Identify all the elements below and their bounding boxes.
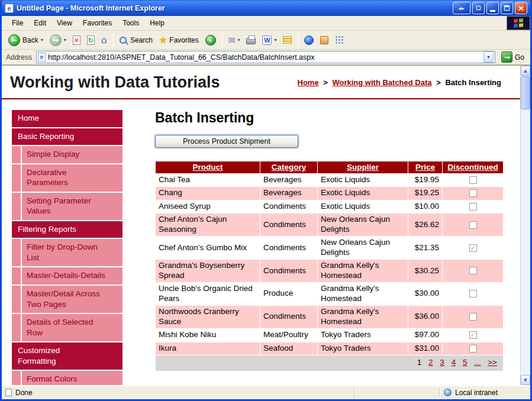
column-header-price[interactable]: Price (408, 161, 442, 173)
pager-ellipsis-link[interactable]: ... (474, 358, 481, 367)
search-button[interactable]: Search (117, 32, 156, 48)
scroll-up-button[interactable]: ▲ (521, 66, 530, 76)
discontinued-checkbox[interactable] (469, 203, 477, 211)
products-grid-body: Chai TeaBeveragesExotic Liquids$19.95Cha… (156, 174, 503, 355)
sidebar-item-master-details-details[interactable]: Master-Details-Details (12, 267, 122, 284)
status-text: Done (15, 389, 33, 397)
sidebar-item-details-of-selected-row[interactable]: Details of Selected Row (12, 314, 122, 341)
discontinued-checkbox[interactable] (469, 221, 477, 229)
toolbar-separator (222, 33, 223, 47)
menu-item-help[interactable]: Help (144, 16, 170, 30)
address-dropdown-button[interactable]: ▾ (483, 51, 494, 63)
home-button[interactable]: ⌂ (98, 32, 110, 48)
discontinued-checkbox[interactable] (469, 345, 477, 353)
nav-indent-strip (12, 267, 21, 284)
discontinued-checkbox[interactable] (469, 313, 477, 321)
favorites-button[interactable]: ★ Favorites (156, 32, 202, 48)
discontinued-checkbox[interactable]: ✓ (469, 331, 477, 339)
menu-item-edit[interactable]: Edit (28, 16, 51, 30)
menu-item-view[interactable]: View (51, 16, 78, 30)
discontinued-checkbox[interactable] (469, 290, 477, 297)
supplier-cell: Grandma Kelly's Homestead (318, 283, 408, 305)
discontinued-cell (443, 342, 503, 355)
research-button[interactable] (317, 32, 331, 48)
pager-page-5-link[interactable]: 5 (463, 358, 467, 367)
vertical-scrollbar[interactable]: ▲ ▼ (520, 66, 530, 385)
scrollbar-thumb[interactable] (521, 76, 530, 109)
menu-item-favorites[interactable]: Favorites (78, 16, 117, 30)
home-icon: ⌂ (101, 35, 107, 45)
forward-icon: → (50, 34, 62, 46)
address-url: http://localhost:2810/ASPNET_Data_Tutori… (48, 53, 481, 62)
minimize-button[interactable] (486, 2, 499, 14)
security-zone-panel: Local intranet (444, 389, 527, 397)
zone-label: Local intranet (455, 389, 498, 397)
supplier-cell: Exotic Liquids (318, 174, 408, 186)
media-button[interactable]: ▸ (202, 32, 219, 48)
breadcrumb-current: Batch Inserting (445, 78, 501, 87)
product-row: Northwoods Cranberry SauceCondimentsGran… (156, 306, 503, 328)
address-input[interactable]: e http://localhost:2810/ASPNET_Data_Tuto… (36, 51, 495, 63)
favorites-star-icon: ★ (159, 35, 167, 46)
product-cell: Northwoods Cranberry Sauce (156, 306, 260, 328)
title-bar[interactable]: e Untitled Page - Microsoft Internet Exp… (2, 0, 530, 16)
sidebar-item-basic-reporting[interactable]: Basic Reporting (12, 128, 122, 145)
price-cell: $30.00 (408, 283, 442, 305)
refresh-button[interactable]: ↻ (84, 32, 98, 48)
scroll-down-button[interactable]: ▼ (521, 375, 530, 385)
sidebar-item-setting-parameter-values[interactable]: Setting Parameter Values (12, 193, 122, 220)
discontinued-checkbox[interactable] (469, 267, 477, 274)
discontinued-checkbox[interactable]: ✓ (469, 244, 477, 252)
discuss-button[interactable] (280, 32, 295, 48)
stop-button[interactable]: ✕ (70, 32, 83, 48)
pager-page-3-link[interactable]: 3 (440, 358, 444, 367)
column-header-category[interactable]: Category (260, 161, 317, 173)
scrollbar-track[interactable] (521, 110, 530, 375)
discontinued-checkbox[interactable] (469, 176, 477, 184)
close-button[interactable]: × (515, 2, 527, 14)
sidebar-item-filtering-reports[interactable]: Filtering Reports (12, 221, 122, 238)
pager-next-link[interactable]: >> (488, 358, 497, 367)
column-header-supplier[interactable]: Supplier (318, 161, 408, 173)
sidebar-item-simple-display[interactable]: Simple Display (12, 146, 122, 163)
messenger-button[interactable] (301, 32, 317, 48)
sidebar-item-declarative-parameters[interactable]: Declarative Parameters (12, 164, 122, 192)
pager-page-2-link[interactable]: 2 (428, 358, 433, 367)
discontinued-checkbox[interactable] (469, 189, 477, 197)
mail-button[interactable]: ✉ ▾ (225, 32, 243, 48)
breadcrumb-home-link[interactable]: Home (298, 78, 319, 87)
menu-item-file[interactable]: File (7, 16, 28, 30)
maximize-button[interactable] (501, 2, 513, 14)
category-cell: Meat/Poultry (260, 329, 317, 341)
process-product-shipment-button[interactable]: Process Product Shipment (155, 135, 298, 148)
products-grid: Product Category Supplier Price Disconti… (155, 161, 504, 371)
go-arrow-icon: → (501, 51, 512, 63)
grid-header-row: Product Category Supplier Price Disconti… (156, 161, 503, 173)
sidebar-item-home[interactable]: Home (12, 110, 122, 127)
forward-button[interactable]: → ▾ (47, 32, 69, 48)
pager-row: 1 2 3 4 5 ... >> (156, 355, 503, 370)
print-button[interactable] (243, 32, 259, 48)
pager: 1 2 3 4 5 ... >> (156, 355, 503, 370)
pager-page-4-link[interactable]: 4 (452, 358, 456, 367)
nav-indent-strip (12, 314, 21, 341)
sidebar-item-customized-formatting[interactable]: Customized Formatting (12, 342, 122, 370)
sidebar-item-master-detail-across-two-pages[interactable]: Master/Detail Across Two Pages (12, 286, 122, 313)
back-button[interactable]: ← Back ▾ (5, 32, 46, 48)
sidebar-item-format-colors[interactable]: Format Colors (12, 371, 122, 385)
sidebar-item-filter-by-drop-down-list[interactable]: Filter by Drop-Down List (12, 239, 122, 266)
go-button[interactable]: → Go (498, 50, 527, 64)
titlebar-arrows-button[interactable]: ◂▸ (453, 2, 470, 14)
category-cell: Condiments (260, 237, 317, 259)
column-header-product[interactable]: Product (156, 161, 260, 173)
column-header-discontinued[interactable]: Discontinued (443, 161, 503, 173)
edit-button[interactable]: W ▾ (259, 32, 279, 48)
statusbar-separator (354, 388, 355, 397)
small-window-icon (476, 6, 481, 10)
tiles-button[interactable] (332, 32, 347, 48)
breadcrumb-section-link[interactable]: Working with Batched Data (332, 78, 431, 87)
print-icon (246, 38, 256, 44)
edit-word-icon: W (262, 35, 272, 45)
menu-item-tools[interactable]: Tools (117, 16, 144, 30)
titlebar-small-window-button[interactable] (472, 2, 485, 14)
